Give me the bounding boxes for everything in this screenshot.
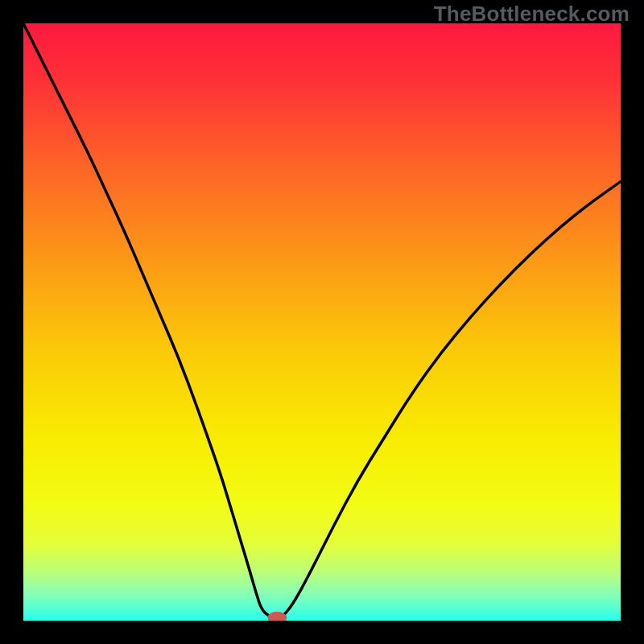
watermark-text: TheBottleneck.com bbox=[434, 2, 630, 27]
gradient-background bbox=[23, 23, 621, 621]
chart-frame: TheBottleneck.com bbox=[0, 0, 644, 644]
plot-svg bbox=[23, 23, 621, 621]
plot-area bbox=[23, 23, 621, 621]
